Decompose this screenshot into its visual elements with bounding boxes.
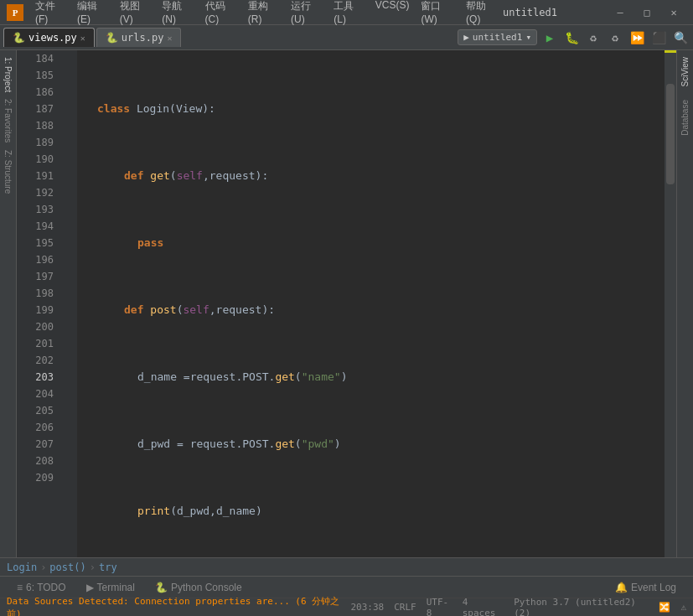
ln-189: 189 [20,134,54,151]
gutter-194 [60,218,77,235]
code-line-188: d_name =request.POST.get("name") [77,369,665,386]
gutter-196 [60,251,77,268]
sidebar-project-label[interactable]: 1: Project [2,54,14,96]
event-log-label: Event Log [631,582,676,593]
ln-192: 192 [20,184,54,201]
run-config-selector[interactable]: ▶ untitled1 ▾ [458,29,537,45]
menu-code[interactable]: 代码(C) [200,0,241,27]
gutter-193 [60,201,77,218]
menu-edit[interactable]: 编辑(E) [72,0,113,27]
todo-icon: ≡ [17,582,23,593]
status-line-col[interactable]: 203:38 [350,597,384,617]
code-content[interactable]: class Login(View): def get(self,request)… [77,50,665,557]
coverage-button[interactable]: ♻ [584,28,602,47]
stop-button[interactable]: ⬛ [649,28,668,47]
tab-views-label: views.py [28,32,77,44]
breadcrumb-post[interactable]: post() [49,562,85,573]
menu-view[interactable]: 视图(V) [115,0,156,27]
run-config-label: untitled1 [473,32,523,43]
ln-185: 185 [20,67,54,84]
terminal-label: Terminal [97,582,135,593]
code-area[interactable]: 184 185 186 187 188 189 190 191 192 193 … [17,50,676,557]
status-datasource[interactable]: Data Sources Detected: Connection proper… [7,595,340,617]
ln-187: 187 [20,101,54,117]
menu-bar: 文件(F) 编辑(E) 视图(V) 导航(N) 代码(C) 重构(R) 运行(U… [30,0,503,27]
tab-urls-close[interactable]: ✕ [167,34,172,43]
menu-run[interactable]: 运行(U) [286,0,327,27]
sciview-label[interactable]: SciView [679,50,691,93]
debug-button[interactable]: 🐛 [562,28,581,47]
status-indent[interactable]: 4 spaces [463,597,504,617]
gutter-191 [60,168,77,184]
run-toolbar: ▶ untitled1 ▾ ▶ 🐛 ♻ ♻ ⏩ ⬛ 🔍 [458,28,690,47]
code-line-184: class Login(View): [77,101,665,117]
status-line-ending[interactable]: CRLF [394,597,416,617]
sidebar-structure-label[interactable]: Z: Structure [2,147,14,197]
close-button[interactable]: ✕ [661,4,686,21]
gutter-185 [60,67,77,84]
ln-188: 188 [20,117,54,134]
python-file-icon-2: 🐍 [106,32,118,44]
menu-vcs[interactable]: VCS(S) [370,0,415,27]
menu-tools[interactable]: 工具(L) [328,0,368,27]
scrollbar-thumb[interactable] [666,84,675,184]
warning-icon[interactable]: ⚠ [680,597,686,617]
breadcrumb-try[interactable]: try [99,562,117,573]
gutter-197 [60,268,77,285]
ln-186: 186 [20,84,54,101]
menu-window[interactable]: 窗口(W) [416,0,459,27]
tab-views-close[interactable]: ✕ [80,34,85,43]
gutter-209 [60,469,77,486]
maximize-button[interactable]: □ [634,4,659,21]
step-button[interactable]: ⏩ [628,28,646,47]
gutter-190 [60,151,77,168]
profile-button[interactable]: ♻ [606,28,624,47]
database-label[interactable]: Database [679,93,691,142]
gutter-186 [60,84,77,101]
code-line-185: def get(self,request): [77,168,665,184]
ln-198: 198 [20,285,54,302]
search-button[interactable]: 🔍 [671,28,690,47]
app-logo: P [7,4,23,21]
status-encoding[interactable]: UTF-8 [427,597,453,617]
window-title: untitled1 [503,7,557,18]
tab-urls-py[interactable]: 🐍 urls.py ✕ [96,28,182,47]
gutter-206 [60,419,77,436]
ln-194: 194 [20,218,54,235]
menu-file[interactable]: 文件(F) [30,0,70,27]
ln-208: 208 [20,453,54,469]
gutter-187 [60,101,77,117]
ln-204: 204 [20,386,54,402]
tab-views-py[interactable]: 🐍 views.py ✕ [3,28,95,47]
git-icon[interactable]: 🔀 [659,597,670,617]
todo-label: 6: TODO [26,582,66,593]
code-line-189: d_pwd = request.POST.get("pwd") [77,436,665,453]
main-area: 1: Project 2: Favorites Z: Structure 184… [0,50,693,557]
scrollbar[interactable] [665,50,676,557]
code-line-190: print(d_pwd,d_name) [77,503,665,520]
sidebar-favorites-label[interactable]: 2: Favorites [2,96,14,146]
ln-200: 200 [20,318,54,335]
window-controls: — □ ✕ [608,4,686,21]
menu-navigate[interactable]: 导航(N) [157,0,198,27]
tab-event-log[interactable]: 🔔 Event Log [605,577,686,598]
ln-207: 207 [20,436,54,453]
minimize-button[interactable]: — [608,4,633,21]
gutter-204 [60,386,77,402]
ln-193: 193 [20,201,54,218]
ln-197: 197 [20,268,54,285]
ln-206: 206 [20,419,54,436]
ln-209: 209 [20,469,54,486]
gutter-208 [60,453,77,469]
menu-help[interactable]: 帮助(Q) [461,0,503,27]
tab-urls-label: urls.py [122,32,164,44]
gutter-195 [60,235,77,251]
run-button[interactable]: ▶ [540,28,559,47]
gutter-189 [60,134,77,151]
menu-refactor[interactable]: 重构(R) [243,0,284,27]
ln-190: 190 [20,151,54,168]
code-editor[interactable]: 184 185 186 187 188 189 190 191 192 193 … [17,50,676,557]
breadcrumb-login[interactable]: Login [7,562,37,573]
status-bar: Data Sources Detected: Connection proper… [0,598,693,616]
status-python[interactable]: Python 3.7 (untitled2) (2) [514,597,649,617]
